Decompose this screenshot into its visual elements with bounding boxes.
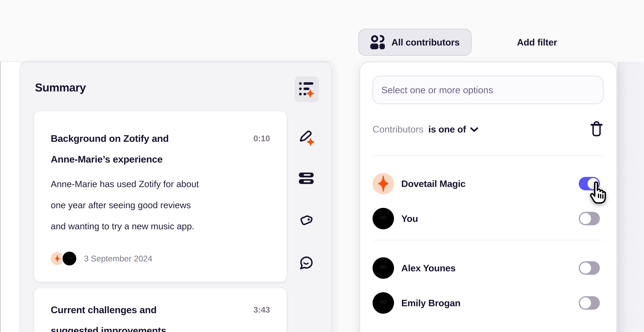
- contributors-filter-popover: Contributors is one of: [360, 62, 617, 332]
- sparkle-icon: [378, 176, 388, 192]
- summary-card[interactable]: Background on Zotify and Anne-Marie’s ex…: [34, 111, 287, 282]
- all-contributors-button[interactable]: All contributors: [358, 29, 472, 56]
- summary-view-button[interactable]: [295, 76, 319, 102]
- contributor-toggle[interactable]: [579, 212, 600, 225]
- chevron-down-icon[interactable]: [470, 127, 478, 133]
- highlight-pencil-sparkle-icon[interactable]: [298, 130, 314, 146]
- contributor-name: Emily Brogan: [401, 298, 460, 308]
- contributor-name: You: [401, 213, 418, 224]
- toggle-knob: [580, 297, 591, 309]
- contributors-people-icon: [370, 34, 385, 50]
- summary-card-meta: 3 September 2024: [51, 250, 152, 267]
- contributor-option-row[interactable]: Emily Brogan: [372, 288, 604, 318]
- contributor-toggle[interactable]: [579, 177, 600, 190]
- contributor-avatar: [372, 208, 394, 229]
- toggle-knob: [588, 178, 599, 189]
- contributor-avatar: [372, 257, 394, 279]
- fields-rows-icon[interactable]: [298, 170, 314, 186]
- all-contributors-label: All contributors: [392, 37, 460, 47]
- contributor-select-field[interactable]: [372, 76, 604, 104]
- summary-card-date: 3 September 2024: [84, 254, 152, 263]
- summary-panel: Summary: [20, 62, 332, 332]
- summary-card-body: Anne-Marie has used Zotify for about one…: [51, 173, 199, 237]
- video-area-border: [0, 62, 1, 332]
- contributor-avatar: [62, 251, 78, 266]
- background-shade: [617, 62, 644, 332]
- contributor-avatar: [372, 292, 394, 314]
- contributor-name: Dovetail Magic: [401, 178, 466, 189]
- summary-card-timestamp: 0:10: [254, 128, 270, 149]
- toggle-knob: [580, 263, 591, 274]
- contributor-avatar: [372, 173, 394, 194]
- tag-icon[interactable]: [298, 212, 314, 228]
- dovetail-highlight-reel-screen: All contributors Add filter Summary: [0, 0, 644, 332]
- summary-card[interactable]: Current challenges and suggested improve…: [34, 288, 287, 332]
- contributor-select-input[interactable]: [373, 85, 603, 95]
- contributor-options-list: Dovetail Magic You: [372, 169, 604, 323]
- filter-operator-dropdown[interactable]: is one of: [428, 124, 466, 135]
- summary-card-title: Current challenges and suggested improve…: [51, 300, 231, 332]
- video-area-edge: [0, 62, 20, 332]
- feedback-chat-icon[interactable]: [298, 255, 314, 271]
- contributor-toggle[interactable]: [579, 261, 600, 275]
- add-filter-button[interactable]: Add filter: [517, 29, 557, 56]
- delete-filter-trash-icon[interactable]: [590, 121, 604, 138]
- contributor-option-row[interactable]: Alex Younes: [372, 253, 604, 283]
- filter-condition-row: Contributors is one of: [372, 116, 604, 142]
- divider: [372, 155, 604, 156]
- contributor-option-row[interactable]: Dovetail Magic: [372, 169, 604, 198]
- summary-card-timestamp: 3:43: [254, 300, 270, 320]
- filter-field-label: Contributors: [372, 124, 424, 135]
- divider: [372, 240, 604, 240]
- summary-card-title: Background on Zotify and Anne-Marie’s ex…: [51, 128, 231, 170]
- contributor-name: Alex Younes: [401, 263, 456, 273]
- contributor-toggle[interactable]: [579, 296, 600, 310]
- summary-list-sparkle-icon: [299, 81, 314, 97]
- toggle-knob: [580, 213, 591, 224]
- summary-panel-title: Summary: [35, 81, 86, 94]
- contributor-option-row[interactable]: You: [372, 204, 604, 233]
